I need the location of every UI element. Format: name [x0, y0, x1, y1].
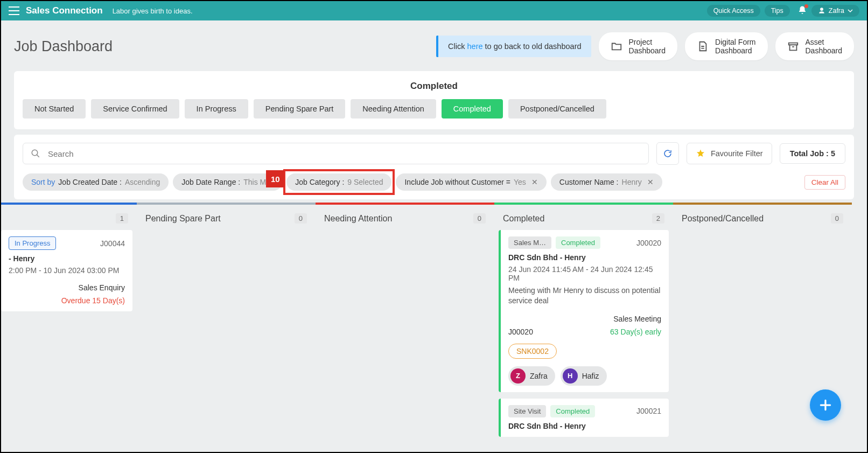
- old-dashboard-banner: Click here to go back to old dashboard: [436, 36, 591, 57]
- callout-number: 10: [266, 170, 284, 187]
- project-dashboard-button[interactable]: ProjectDashboard: [599, 32, 678, 60]
- assignee-chip[interactable]: HHafiz: [561, 366, 607, 386]
- job-ref: J00020: [508, 327, 533, 336]
- column-count: 0: [295, 213, 307, 224]
- status-badge: Completed: [550, 405, 595, 417]
- column-completed: Completed2 Sales Me… Completed J00020 DR…: [494, 203, 673, 443]
- search-icon: [31, 149, 40, 158]
- refresh-icon: [663, 149, 673, 158]
- tips-button[interactable]: Tips: [765, 5, 790, 17]
- tagline-text: Labor gives birth to ideas.: [113, 7, 193, 15]
- column-needing-attention: Needing Attention0: [316, 203, 494, 443]
- column-count: 2: [652, 213, 664, 224]
- tab-service-confirmed[interactable]: Service Confirmed: [91, 99, 179, 119]
- column-title: Postponed/Cancelled: [682, 214, 764, 224]
- avatar: H: [563, 368, 578, 384]
- job-card[interactable]: Site Visit Completed J00021 DRC Sdn Bhd …: [499, 399, 669, 437]
- job-datetime: 2:00 PM - 10 Jun 2024 03:00 PM: [9, 266, 125, 275]
- archive-icon: [787, 40, 799, 52]
- search-box[interactable]: [23, 143, 649, 164]
- customer-name-chip[interactable]: Customer Name : Henry ✕: [551, 173, 662, 191]
- asset-dashboard-button[interactable]: AssetDashboard: [775, 32, 855, 60]
- remove-chip-icon[interactable]: ✕: [531, 178, 538, 186]
- job-number: J00021: [636, 407, 661, 415]
- digital-form-dashboard-button[interactable]: Digital FormDashboard: [685, 32, 767, 60]
- document-icon: [697, 40, 709, 52]
- notification-bell-icon[interactable]: [797, 5, 807, 17]
- overdue-text: Overdue 15 Day(s): [61, 296, 125, 305]
- assignee-chip[interactable]: ZZafra: [508, 366, 555, 386]
- clear-all-button[interactable]: Clear All: [804, 175, 845, 190]
- column-count: 0: [473, 213, 486, 224]
- menu-icon[interactable]: [9, 6, 19, 15]
- add-job-fab[interactable]: [810, 389, 841, 421]
- plus-icon: [818, 398, 832, 412]
- job-company: DRC Sdn Bhd - Henry: [508, 422, 661, 430]
- job-company: - Henry: [9, 254, 125, 263]
- job-company: DRC Sdn Bhd - Henry: [508, 253, 661, 262]
- tab-in-progress[interactable]: In Progress: [185, 99, 248, 119]
- here-link[interactable]: here: [467, 42, 483, 51]
- job-category: Sales Enquiry: [61, 283, 125, 292]
- job-card[interactable]: Sales Me… Completed J00020 DRC Sdn Bhd -…: [499, 230, 669, 392]
- status-badge: In Progress: [9, 236, 56, 250]
- remove-chip-icon[interactable]: ✕: [647, 178, 654, 186]
- column-title: Pending Spare Part: [145, 214, 221, 224]
- user-menu[interactable]: Zafra: [811, 5, 859, 17]
- column-title: Needing Attention: [324, 214, 392, 224]
- folder-icon: [611, 40, 622, 52]
- tab-needing-attention[interactable]: Needing Attention: [351, 99, 436, 119]
- job-number: J00020: [636, 239, 661, 247]
- star-icon: [696, 149, 705, 158]
- column-title: Completed: [503, 214, 544, 224]
- avatar: Z: [510, 368, 526, 384]
- total-job-box: Total Job : 5: [780, 143, 845, 164]
- filter-panel: Favourite Filter Total Job : 5 Sort by J…: [14, 135, 854, 199]
- quick-access-button[interactable]: Quick Access: [707, 5, 760, 17]
- job-description: Meeting with Mr Henry to discuss on pote…: [508, 285, 661, 306]
- job-datetime: 24 Jun 2024 11:45 AM - 24 Jun 2024 12:45…: [508, 265, 661, 282]
- svg-point-0: [32, 150, 38, 156]
- job-category: Sales Meeting: [610, 315, 661, 323]
- column-count: 0: [831, 213, 843, 224]
- status-panel: Completed Not StartedService ConfirmedIn…: [14, 71, 854, 129]
- panel-title: Completed: [23, 81, 845, 92]
- status-tabs: Not StartedService ConfirmedIn ProgressP…: [23, 99, 845, 119]
- column-pending-spare-part: Pending Spare Part0: [137, 203, 316, 443]
- brand-title[interactable]: Sales Connection: [26, 5, 103, 16]
- tab-postponed-cancelled[interactable]: Postponed/Cancelled: [508, 99, 606, 119]
- tab-not-started[interactable]: Not Started: [23, 99, 86, 119]
- page-title: Job Dashboard: [14, 38, 113, 55]
- favourite-filter-button[interactable]: Favourite Filter: [687, 143, 772, 164]
- sort-chip[interactable]: Sort by Job Created Date : Ascending: [23, 173, 169, 191]
- user-name: Zafra: [829, 7, 844, 15]
- category-badge: Sales Me…: [508, 236, 551, 249]
- refresh-button[interactable]: [656, 142, 679, 165]
- notification-dot: [804, 4, 808, 8]
- tab-pending-spare-part[interactable]: Pending Spare Part: [254, 99, 346, 119]
- chevron-down-icon: [848, 8, 853, 13]
- category-badge: Site Visit: [508, 405, 546, 417]
- tag-pill[interactable]: SNK0002: [508, 344, 557, 359]
- search-input[interactable]: [48, 149, 641, 158]
- top-bar: Sales Connection Labor gives birth to id…: [1, 1, 867, 20]
- column-in-progress: 1 In Progress J00044 - Henry 2:00 PM - 1…: [1, 203, 137, 443]
- early-text: 63 Day(s) early: [610, 327, 661, 336]
- status-badge: Completed: [556, 236, 600, 249]
- job-category-chip[interactable]: Job Category : 9 Selected: [286, 173, 391, 191]
- column-count: 1: [116, 213, 128, 224]
- tab-completed[interactable]: Completed: [442, 99, 503, 119]
- job-number: J00044: [100, 239, 125, 248]
- job-card[interactable]: In Progress J00044 - Henry 2:00 PM - 10 …: [1, 230, 132, 311]
- include-no-customer-chip[interactable]: Include Job without Customer = Yes ✕: [396, 173, 546, 191]
